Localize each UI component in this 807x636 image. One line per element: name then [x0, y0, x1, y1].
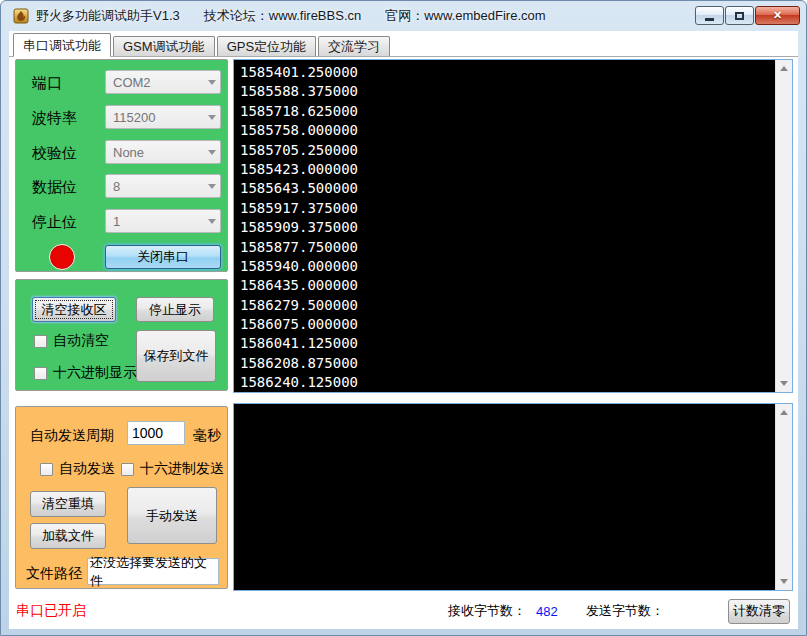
- scroll-down-button[interactable]: [776, 573, 792, 590]
- app-window: 野火多功能调试助手V1.3 技术论坛：www.fireBBS.cn 官网：www…: [0, 0, 807, 636]
- client-area: 串口调试功能 GSM调试功能 GPS定位功能 交流学习 端口 COM2 波特率 …: [9, 31, 798, 627]
- auto-send-row: 自动发送: [40, 460, 115, 478]
- receive-scrollbar[interactable]: [775, 60, 792, 392]
- auto-send-checkbox[interactable]: [40, 463, 53, 476]
- databits-label: 数据位: [32, 178, 77, 197]
- maximize-icon: [735, 12, 744, 20]
- minimize-button[interactable]: [695, 6, 724, 25]
- terminal-line: 1585643.500000: [240, 179, 775, 198]
- terminal-line: 1586240.125000: [240, 373, 775, 392]
- terminal-line: 1585758.000000: [240, 121, 775, 140]
- terminal-line: 1585917.375000: [240, 199, 775, 218]
- send-scrollbar[interactable]: [775, 404, 792, 590]
- scroll-up-button[interactable]: [776, 404, 792, 421]
- parity-select[interactable]: None: [105, 140, 221, 164]
- send-terminal: [233, 403, 793, 591]
- tab-learn[interactable]: 交流学习: [318, 36, 390, 56]
- close-icon: ✕: [773, 9, 782, 22]
- arrow-up-icon: [780, 66, 788, 71]
- file-path-field[interactable]: 还没选择要发送的文件: [87, 558, 219, 585]
- terminal-line: 1585877.750000: [240, 238, 775, 257]
- stop-display-button[interactable]: 停止显示: [136, 297, 214, 322]
- port-open-indicator: [49, 244, 75, 270]
- file-path-label: 文件路径: [26, 565, 82, 583]
- titlebar-drag-area[interactable]: 野火多功能调试助手V1.3 技术论坛：www.fireBBS.cn 官网：www…: [1, 1, 806, 31]
- terminal-line: 1585705.250000: [240, 141, 775, 160]
- terminal-line: 1585718.625000: [240, 102, 775, 121]
- hex-display-checkbox[interactable]: [34, 367, 47, 380]
- chevron-down-icon: [208, 219, 216, 224]
- auto-clear-checkbox[interactable]: [34, 335, 47, 348]
- minimize-icon: [705, 18, 714, 21]
- maximize-button[interactable]: [725, 6, 754, 25]
- baudrate-select-value: 115200: [113, 110, 208, 125]
- send-period-label: 自动发送周期: [30, 427, 114, 445]
- arrow-down-icon: [780, 579, 788, 584]
- clear-receive-button[interactable]: 清空接收区: [32, 297, 116, 322]
- terminal-line: 1585940.000000: [240, 257, 775, 276]
- terminal-line: 1586435.000000: [240, 276, 775, 295]
- chevron-down-icon: [208, 150, 216, 155]
- send-controls-panel: 自动发送周期 毫秒 自动发送 十六进制发送 清空重填 手动发送 加载文件 文件路…: [15, 406, 228, 589]
- forum-link-text: 技术论坛：www.fireBBS.cn: [204, 7, 361, 25]
- terminal-line: 1585909.375000: [240, 218, 775, 237]
- terminal-line: 1586208.875000: [240, 354, 775, 373]
- window-title: 野火多功能调试助手V1.3 技术论坛：www.fireBBS.cn 官网：www…: [36, 7, 546, 25]
- terminal-line: 1585588.375000: [240, 82, 775, 101]
- terminal-line: 1586075.000000: [240, 315, 775, 334]
- baudrate-label: 波特率: [32, 109, 77, 128]
- tab-serial-debug[interactable]: 串口调试功能: [13, 33, 111, 57]
- save-to-file-button[interactable]: 保存到文件: [136, 330, 216, 382]
- terminal-line: 1585401.250000: [240, 63, 775, 82]
- stopbits-select-value: 1: [113, 214, 208, 229]
- parity-select-value: None: [113, 145, 208, 160]
- rx-bytes-label: 接收字节数：: [448, 602, 526, 620]
- receive-terminal: 1585401.2500001585588.3750001585718.6250…: [233, 59, 793, 393]
- port-select-value: COM2: [113, 75, 208, 90]
- port-settings-panel: 端口 COM2 波特率 115200 校验位 None 数据位 8 停止位: [15, 59, 228, 272]
- stopbits-select[interactable]: 1: [105, 209, 221, 233]
- arrow-down-icon: [780, 381, 788, 386]
- terminal-line: 1585423.000000: [240, 160, 775, 179]
- rx-bytes-count: 482: [536, 604, 564, 619]
- port-select[interactable]: COM2: [105, 70, 221, 94]
- parity-label: 校验位: [32, 144, 77, 163]
- scroll-down-button[interactable]: [776, 375, 792, 392]
- hex-display-row: 十六进制显示: [34, 364, 137, 382]
- auto-clear-label: 自动清空: [53, 332, 109, 350]
- receive-controls-panel: 清空接收区 停止显示 自动清空 十六进制显示 保存到文件: [15, 279, 228, 391]
- baudrate-select[interactable]: 115200: [105, 105, 221, 129]
- databits-select[interactable]: 8: [105, 174, 221, 198]
- tab-gps[interactable]: GPS定位功能: [217, 36, 316, 56]
- send-period-unit: 毫秒: [193, 427, 221, 445]
- app-title: 野火多功能调试助手V1.3: [36, 7, 180, 25]
- chevron-down-icon: [208, 115, 216, 120]
- chevron-down-icon: [208, 80, 216, 85]
- clear-refill-button[interactable]: 清空重填: [30, 491, 106, 517]
- app-icon: [13, 8, 29, 24]
- terminal-line: 1586279.500000: [240, 296, 775, 315]
- chevron-down-icon: [208, 184, 216, 189]
- load-file-button[interactable]: 加载文件: [30, 523, 106, 549]
- terminal-line: 1586041.125000: [240, 334, 775, 353]
- close-button[interactable]: ✕: [755, 6, 800, 25]
- tab-gsm-debug[interactable]: GSM调试功能: [113, 36, 215, 56]
- serial-status-text: 串口已开启: [16, 602, 86, 620]
- hex-display-label: 十六进制显示: [53, 364, 137, 382]
- port-label: 端口: [32, 74, 62, 93]
- arrow-up-icon: [780, 410, 788, 415]
- manual-send-button[interactable]: 手动发送: [127, 487, 217, 544]
- byte-counters: 接收字节数： 482 发送字节数： 计数清零: [448, 593, 790, 629]
- send-period-input[interactable]: [127, 421, 185, 445]
- tab-bar: 串口调试功能 GSM调试功能 GPS定位功能 交流学习: [9, 33, 798, 57]
- hex-send-row: 十六进制发送: [121, 460, 224, 478]
- scroll-up-button[interactable]: [776, 60, 792, 77]
- close-serial-button[interactable]: 关闭串口: [105, 245, 221, 269]
- site-link-text: 官网：www.embedFire.com: [385, 7, 545, 25]
- send-text-area[interactable]: [234, 404, 775, 590]
- clear-count-button[interactable]: 计数清零: [728, 599, 790, 624]
- auto-clear-row: 自动清空: [34, 332, 109, 350]
- status-bar: 串口已开启 接收字节数： 482 发送字节数： 计数清零: [9, 593, 798, 629]
- receive-text-area[interactable]: 1585401.2500001585588.3750001585718.6250…: [234, 60, 775, 392]
- hex-send-checkbox[interactable]: [121, 463, 134, 476]
